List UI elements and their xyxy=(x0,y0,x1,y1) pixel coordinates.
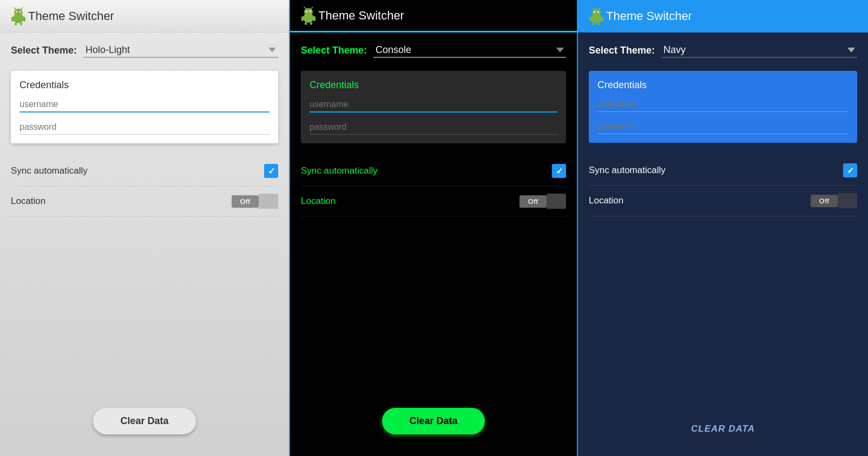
svg-line-26 xyxy=(599,8,601,9)
password-input-panel1[interactable] xyxy=(19,120,269,135)
location-label-panel2: Location xyxy=(301,196,520,207)
android-icon-panel3 xyxy=(587,6,606,26)
credentials-card-panel3: Credentials xyxy=(589,71,857,143)
location-toggle-off-panel3: Off xyxy=(811,195,838,207)
dropdown-arrow-panel3 xyxy=(847,48,855,52)
sync-checkbox-panel2[interactable] xyxy=(552,164,566,178)
svg-point-1 xyxy=(14,9,23,16)
svg-point-23 xyxy=(594,11,595,13)
clear-data-button-panel2[interactable]: Clear Data xyxy=(382,408,484,434)
theme-value-panel2: Console xyxy=(376,44,556,56)
location-row-panel2: Location Off xyxy=(301,186,566,217)
theme-value-panel3: Navy xyxy=(663,44,847,56)
svg-rect-30 xyxy=(598,23,600,25)
location-toggle-panel2[interactable]: Off xyxy=(520,194,566,209)
location-row-panel1: Location Off xyxy=(11,186,278,217)
clear-data-area-panel2: Clear Data xyxy=(301,397,566,445)
clear-data-area-panel3: CLEAR DATA xyxy=(589,413,857,445)
svg-line-16 xyxy=(311,7,313,9)
toggle-track-panel3 xyxy=(838,193,857,208)
theme-dropdown-panel2[interactable]: Console xyxy=(373,43,566,58)
select-theme-label-panel1: Select Theme: xyxy=(11,45,77,56)
svg-rect-20 xyxy=(310,22,312,25)
svg-rect-8 xyxy=(15,23,17,25)
toggle-track-panel1 xyxy=(259,194,278,209)
dropdown-arrow-panel2 xyxy=(556,48,564,52)
select-theme-label-panel2: Select Theme: xyxy=(301,45,367,56)
app-title-panel1: Theme Switcher xyxy=(28,9,114,23)
svg-line-25 xyxy=(592,8,594,9)
svg-point-24 xyxy=(597,11,599,13)
android-icon-panel1 xyxy=(9,6,28,26)
sync-row-panel3: Sync automatically xyxy=(589,156,857,186)
header-panel3: Theme Switcher xyxy=(578,0,868,32)
credentials-title-panel3: Credentials xyxy=(597,80,849,91)
header-panel1: Theme Switcher xyxy=(0,0,289,32)
sync-checkbox-panel1[interactable] xyxy=(264,164,278,178)
svg-rect-9 xyxy=(20,23,22,25)
select-theme-row-panel1: Select Theme: Holo-Light xyxy=(11,43,278,58)
location-row-panel3: Location Off xyxy=(589,186,857,216)
svg-rect-28 xyxy=(601,17,603,22)
svg-rect-17 xyxy=(301,16,304,21)
credentials-card-panel2: Credentials xyxy=(301,71,566,143)
location-toggle-panel1[interactable]: Off xyxy=(232,194,278,209)
username-input-panel2[interactable] xyxy=(310,97,557,113)
content-panel1: Select Theme: Holo-Light Credentials Syn… xyxy=(0,32,289,456)
username-input-panel3[interactable] xyxy=(597,97,849,112)
credentials-title-panel2: Credentials xyxy=(310,80,557,91)
svg-rect-27 xyxy=(589,17,591,22)
sync-label-panel2: Sync automatically xyxy=(301,166,552,176)
panel-holo-light: Theme Switcher Select Theme: Holo-Light … xyxy=(0,0,289,456)
password-input-panel3[interactable] xyxy=(597,120,849,134)
sync-label-panel1: Sync automatically xyxy=(11,166,264,176)
app-title-panel2: Theme Switcher xyxy=(318,9,404,23)
android-icon-panel2 xyxy=(299,6,318,25)
credentials-title-panel1: Credentials xyxy=(19,80,269,91)
credentials-card-panel1: Credentials xyxy=(11,71,278,143)
sync-row-panel2: Sync automatically xyxy=(301,156,566,186)
app-title-panel3: Theme Switcher xyxy=(606,9,692,23)
location-toggle-off-panel2: Off xyxy=(520,195,547,208)
location-label-panel1: Location xyxy=(11,196,232,207)
svg-line-5 xyxy=(21,8,23,9)
svg-rect-7 xyxy=(23,17,25,22)
clear-data-button-panel1[interactable]: Clear Data xyxy=(93,408,195,434)
location-toggle-off-panel1: Off xyxy=(232,195,259,208)
svg-line-4 xyxy=(14,8,16,9)
clear-data-area-panel1: Clear Data xyxy=(11,397,278,445)
select-theme-label-panel3: Select Theme: xyxy=(589,45,655,56)
theme-value-panel1: Holo-Light xyxy=(86,44,268,56)
svg-rect-19 xyxy=(305,22,307,25)
clear-data-button-panel3[interactable]: CLEAR DATA xyxy=(691,424,755,434)
svg-line-15 xyxy=(304,7,306,9)
theme-dropdown-panel3[interactable]: Navy xyxy=(661,43,857,58)
password-input-panel2[interactable] xyxy=(310,120,557,135)
dropdown-arrow-panel1 xyxy=(268,48,276,52)
header-panel2: Theme Switcher xyxy=(290,0,577,32)
sync-checkbox-panel3[interactable] xyxy=(843,163,857,177)
panel-navy: Theme Switcher Select Theme: Navy Creden… xyxy=(578,0,868,456)
sync-row-panel1: Sync automatically xyxy=(11,156,278,186)
svg-rect-6 xyxy=(11,17,14,22)
svg-point-13 xyxy=(306,10,307,12)
content-panel2: Select Theme: Console Credentials Sync a… xyxy=(290,32,577,456)
select-theme-row-panel2: Select Theme: Console xyxy=(301,43,566,58)
panel-console: Theme Switcher Select Theme: Console Cre… xyxy=(289,0,578,456)
svg-point-22 xyxy=(592,9,601,16)
select-theme-row-panel3: Select Theme: Navy xyxy=(589,43,857,58)
svg-rect-29 xyxy=(593,23,595,25)
svg-point-12 xyxy=(304,8,313,16)
svg-point-14 xyxy=(310,10,311,12)
location-toggle-panel3[interactable]: Off xyxy=(811,193,857,208)
toggle-track-panel2 xyxy=(547,194,566,209)
svg-point-3 xyxy=(19,11,21,12)
theme-dropdown-panel1[interactable]: Holo-Light xyxy=(83,43,278,58)
svg-point-2 xyxy=(16,11,17,12)
svg-rect-18 xyxy=(313,16,315,21)
sync-label-panel3: Sync automatically xyxy=(589,165,843,176)
content-panel3: Select Theme: Navy Credentials Sync auto… xyxy=(578,32,868,456)
username-input-panel1[interactable] xyxy=(19,97,269,113)
location-label-panel3: Location xyxy=(589,195,811,206)
